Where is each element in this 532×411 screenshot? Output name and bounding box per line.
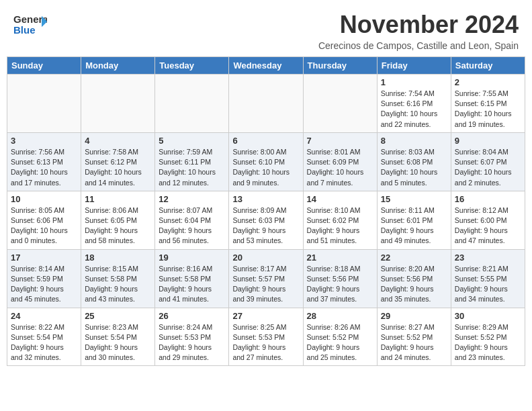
calendar-cell — [7, 75, 81, 133]
calendar-cell: 5Sunrise: 7:59 AM Sunset: 6:11 PM Daylig… — [155, 132, 229, 191]
day-number: 4 — [85, 136, 151, 146]
day-number: 1 — [381, 77, 447, 87]
calendar-cell: 15Sunrise: 8:11 AM Sunset: 6:01 PM Dayli… — [377, 191, 451, 249]
day-number: 18 — [85, 253, 151, 263]
day-number: 6 — [232, 136, 299, 146]
calendar-cell: 24Sunrise: 8:22 AM Sunset: 5:54 PM Dayli… — [7, 308, 81, 366]
day-info: Sunrise: 8:17 AM Sunset: 5:57 PM Dayligh… — [232, 264, 299, 305]
weekday-header-thursday: Thursday — [303, 57, 377, 75]
calendar-row: 17Sunrise: 8:14 AM Sunset: 5:59 PM Dayli… — [7, 249, 525, 308]
calendar-cell: 11Sunrise: 8:06 AM Sunset: 6:05 PM Dayli… — [81, 191, 155, 249]
logo-icon: General Blue — [13, 11, 47, 40]
day-info: Sunrise: 8:01 AM Sunset: 6:09 PM Dayligh… — [307, 147, 373, 188]
day-info: Sunrise: 8:12 AM Sunset: 6:00 PM Dayligh… — [455, 205, 521, 246]
day-number: 5 — [159, 136, 225, 146]
calendar-cell: 8Sunrise: 8:03 AM Sunset: 6:08 PM Daylig… — [377, 132, 451, 191]
day-info: Sunrise: 7:58 AM Sunset: 6:12 PM Dayligh… — [85, 147, 151, 188]
day-info: Sunrise: 8:27 AM Sunset: 5:52 PM Dayligh… — [381, 322, 447, 363]
day-number: 29 — [381, 311, 447, 321]
day-number: 16 — [455, 194, 521, 204]
calendar-cell: 26Sunrise: 8:24 AM Sunset: 5:53 PM Dayli… — [155, 308, 229, 366]
day-info: Sunrise: 7:56 AM Sunset: 6:13 PM Dayligh… — [11, 147, 77, 188]
day-number: 24 — [11, 311, 77, 321]
weekday-header-sunday: Sunday — [7, 57, 81, 75]
day-info: Sunrise: 7:54 AM Sunset: 6:16 PM Dayligh… — [381, 89, 447, 130]
day-info: Sunrise: 8:24 AM Sunset: 5:53 PM Dayligh… — [159, 322, 225, 363]
day-number: 28 — [307, 311, 373, 321]
day-info: Sunrise: 8:07 AM Sunset: 6:04 PM Dayligh… — [159, 205, 225, 246]
day-info: Sunrise: 8:18 AM Sunset: 5:56 PM Dayligh… — [307, 264, 373, 305]
day-info: Sunrise: 8:05 AM Sunset: 6:06 PM Dayligh… — [11, 205, 77, 246]
calendar-cell: 16Sunrise: 8:12 AM Sunset: 6:00 PM Dayli… — [451, 191, 525, 249]
day-number: 9 — [455, 136, 521, 146]
day-number: 8 — [381, 136, 447, 146]
calendar-cell: 13Sunrise: 8:09 AM Sunset: 6:03 PM Dayli… — [229, 191, 303, 249]
location: Cerecinos de Campos, Castille and Leon, … — [318, 40, 519, 51]
day-number: 19 — [159, 253, 225, 263]
weekday-header-saturday: Saturday — [451, 57, 525, 75]
day-info: Sunrise: 8:23 AM Sunset: 5:54 PM Dayligh… — [85, 322, 151, 363]
svg-text:Blue: Blue — [13, 24, 36, 36]
day-number: 22 — [381, 253, 447, 263]
day-number: 21 — [307, 253, 373, 263]
calendar-cell: 14Sunrise: 8:10 AM Sunset: 6:02 PM Dayli… — [303, 191, 377, 249]
calendar-table: SundayMondayTuesdayWednesdayThursdayFrid… — [7, 56, 525, 366]
calendar-row: 10Sunrise: 8:05 AM Sunset: 6:06 PM Dayli… — [7, 191, 525, 249]
calendar-cell: 7Sunrise: 8:01 AM Sunset: 6:09 PM Daylig… — [303, 132, 377, 191]
day-number: 17 — [11, 253, 77, 263]
day-info: Sunrise: 8:10 AM Sunset: 6:02 PM Dayligh… — [307, 205, 373, 246]
page-container: General Blue November 2024 Cerecinos de … — [0, 0, 532, 366]
day-info: Sunrise: 7:59 AM Sunset: 6:11 PM Dayligh… — [159, 147, 225, 188]
calendar-cell: 2Sunrise: 7:55 AM Sunset: 6:15 PM Daylig… — [451, 75, 525, 133]
calendar-cell: 29Sunrise: 8:27 AM Sunset: 5:52 PM Dayli… — [377, 308, 451, 366]
calendar-cell: 10Sunrise: 8:05 AM Sunset: 6:06 PM Dayli… — [7, 191, 81, 249]
day-info: Sunrise: 8:20 AM Sunset: 5:56 PM Dayligh… — [381, 264, 447, 305]
day-info: Sunrise: 8:22 AM Sunset: 5:54 PM Dayligh… — [11, 322, 77, 363]
weekday-header-tuesday: Tuesday — [155, 57, 229, 75]
calendar-cell — [155, 75, 229, 133]
calendar-cell: 18Sunrise: 8:15 AM Sunset: 5:58 PM Dayli… — [81, 249, 155, 308]
day-info: Sunrise: 7:55 AM Sunset: 6:15 PM Dayligh… — [455, 89, 521, 130]
day-info: Sunrise: 8:04 AM Sunset: 6:07 PM Dayligh… — [455, 147, 521, 188]
weekday-header-wednesday: Wednesday — [229, 57, 303, 75]
day-number: 30 — [455, 311, 521, 321]
day-number: 14 — [307, 194, 373, 204]
calendar-cell — [303, 75, 377, 133]
calendar-row: 1Sunrise: 7:54 AM Sunset: 6:16 PM Daylig… — [7, 75, 525, 133]
logo: General Blue — [13, 11, 47, 40]
header-right: November 2024 Cerecinos de Campos, Casti… — [318, 11, 519, 51]
calendar-cell: 12Sunrise: 8:07 AM Sunset: 6:04 PM Dayli… — [155, 191, 229, 249]
weekday-header-friday: Friday — [377, 57, 451, 75]
day-info: Sunrise: 8:00 AM Sunset: 6:10 PM Dayligh… — [232, 147, 299, 188]
calendar-cell: 23Sunrise: 8:21 AM Sunset: 5:55 PM Dayli… — [451, 249, 525, 308]
calendar-cell: 19Sunrise: 8:16 AM Sunset: 5:58 PM Dayli… — [155, 249, 229, 308]
day-number: 10 — [11, 194, 77, 204]
month-title: November 2024 — [318, 11, 519, 39]
day-number: 7 — [307, 136, 373, 146]
calendar-cell: 21Sunrise: 8:18 AM Sunset: 5:56 PM Dayli… — [303, 249, 377, 308]
calendar-cell — [229, 75, 303, 133]
calendar-cell: 17Sunrise: 8:14 AM Sunset: 5:59 PM Dayli… — [7, 249, 81, 308]
day-number: 12 — [159, 194, 225, 204]
day-number: 27 — [232, 311, 299, 321]
day-info: Sunrise: 8:16 AM Sunset: 5:58 PM Dayligh… — [159, 264, 225, 305]
day-number: 2 — [455, 77, 521, 87]
calendar-cell: 25Sunrise: 8:23 AM Sunset: 5:54 PM Dayli… — [81, 308, 155, 366]
calendar-cell — [81, 75, 155, 133]
day-number: 25 — [85, 311, 151, 321]
calendar-cell: 3Sunrise: 7:56 AM Sunset: 6:13 PM Daylig… — [7, 132, 81, 191]
calendar-cell: 1Sunrise: 7:54 AM Sunset: 6:16 PM Daylig… — [377, 75, 451, 133]
calendar-cell: 22Sunrise: 8:20 AM Sunset: 5:56 PM Dayli… — [377, 249, 451, 308]
calendar-row: 24Sunrise: 8:22 AM Sunset: 5:54 PM Dayli… — [7, 308, 525, 366]
day-number: 26 — [159, 311, 225, 321]
day-number: 11 — [85, 194, 151, 204]
day-info: Sunrise: 8:11 AM Sunset: 6:01 PM Dayligh… — [381, 205, 447, 246]
calendar-cell: 4Sunrise: 7:58 AM Sunset: 6:12 PM Daylig… — [81, 132, 155, 191]
day-number: 13 — [232, 194, 299, 204]
day-info: Sunrise: 8:15 AM Sunset: 5:58 PM Dayligh… — [85, 264, 151, 305]
header: General Blue November 2024 Cerecinos de … — [0, 0, 532, 56]
day-number: 23 — [455, 253, 521, 263]
day-info: Sunrise: 8:14 AM Sunset: 5:59 PM Dayligh… — [11, 264, 77, 305]
day-info: Sunrise: 8:06 AM Sunset: 6:05 PM Dayligh… — [85, 205, 151, 246]
calendar-cell: 27Sunrise: 8:25 AM Sunset: 5:53 PM Dayli… — [229, 308, 303, 366]
